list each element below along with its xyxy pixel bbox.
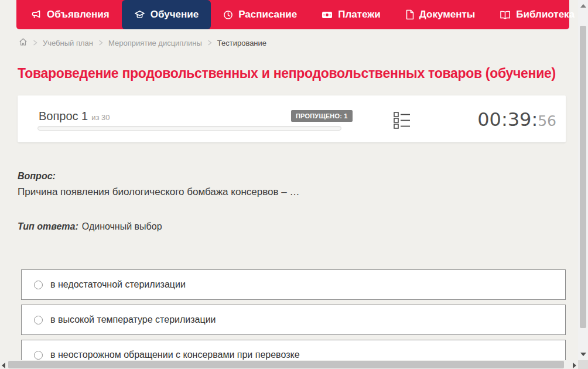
answer-option-label: в недостаточной стерилизации xyxy=(50,279,186,290)
list-icon xyxy=(394,121,411,131)
answer-type-value: Одиночный выбор xyxy=(82,221,162,231)
nav-item-label: Обучение xyxy=(151,9,199,20)
breadcrumb-item-discipline-event[interactable]: Мероприятие дисциплины xyxy=(108,39,202,47)
question-progress-bar xyxy=(37,126,341,131)
nav-item-label: Объявления xyxy=(47,9,110,20)
main-navbar: Объявления Обучение Расписание Платежи Д… xyxy=(16,0,569,29)
answer-option-1[interactable]: в недостаточной стерилизации xyxy=(21,269,566,300)
breadcrumb-item-testing: Тестирование xyxy=(217,39,266,47)
question-counter: Вопрос 1из 30 xyxy=(39,110,110,123)
question-total-label: из 30 xyxy=(91,113,110,122)
scroll-right-arrow-icon[interactable] xyxy=(573,363,576,368)
banknote-icon xyxy=(322,11,333,19)
document-icon xyxy=(405,9,414,20)
horizontal-scrollbar-thumb[interactable] xyxy=(8,361,564,368)
nav-item-library[interactable]: Библиотека xyxy=(487,0,588,29)
breadcrumb-separator-icon xyxy=(33,40,37,46)
question-prompt-label: Вопрос: xyxy=(18,171,562,182)
nav-item-schedule[interactable]: Расписание xyxy=(211,0,309,29)
nav-item-payments[interactable]: Платежи xyxy=(309,0,393,29)
horizontal-scrollbar[interactable] xyxy=(0,360,579,369)
answer-option-label: в неосторожном обращении с консервами пр… xyxy=(50,350,300,360)
graduation-cap-icon xyxy=(134,9,145,20)
clock-icon xyxy=(223,10,233,20)
radio-button[interactable] xyxy=(34,281,43,289)
vertical-scrollbar[interactable] xyxy=(578,0,588,360)
answer-type-label: Тип ответа: xyxy=(18,221,78,231)
timer-seconds: 56 xyxy=(538,112,556,129)
vertical-scrollbar-thumb[interactable] xyxy=(580,26,586,328)
quiz-header-panel: Вопрос 1из 30 ПРОПУЩЕНО: 1 00:39:56 xyxy=(18,95,566,142)
question-list-button[interactable] xyxy=(394,111,411,131)
answer-option-2[interactable]: в высокой температуре стерилизации xyxy=(21,305,566,335)
megaphone-icon xyxy=(31,9,42,20)
nav-item-label: Расписание xyxy=(238,9,297,20)
scroll-left-arrow-icon[interactable] xyxy=(2,363,5,368)
open-book-icon xyxy=(500,10,511,20)
answers-list: в недостаточной стерилизации в высокой т… xyxy=(21,269,566,369)
breadcrumb-separator-icon xyxy=(98,40,103,46)
breadcrumb-separator-icon xyxy=(207,40,212,46)
nav-item-learning[interactable]: Обучение xyxy=(122,0,211,29)
radio-button[interactable] xyxy=(34,351,43,360)
scroll-down-arrow-icon[interactable] xyxy=(580,353,586,356)
page-title: Товароведение продовольственных и непрод… xyxy=(18,66,571,81)
home-icon[interactable] xyxy=(19,37,28,48)
nav-item-label: Документы xyxy=(419,9,476,20)
timer: 00:39:56 xyxy=(477,108,556,131)
breadcrumb: Учебный план Мероприятие дисциплины Тест… xyxy=(19,37,266,49)
scroll-up-arrow-icon[interactable] xyxy=(580,4,586,8)
radio-button[interactable] xyxy=(34,316,43,324)
breadcrumb-item-study-plan[interactable]: Учебный план xyxy=(43,39,93,47)
nav-item-label: Библиотека xyxy=(516,9,575,20)
skipped-badge: ПРОПУЩЕНО: 1 xyxy=(291,110,353,122)
scrollbar-corner xyxy=(578,360,588,369)
question-number-label: Вопрос 1 xyxy=(39,110,88,122)
question-prompt-text: Причина появления биологического бомбажа… xyxy=(18,186,562,198)
nav-item-label: Платежи xyxy=(338,9,381,20)
nav-item-documents[interactable]: Документы xyxy=(393,0,488,29)
timer-hours-minutes: 00:39: xyxy=(477,108,538,131)
nav-item-announcements[interactable]: Объявления xyxy=(19,0,122,29)
answer-option-label: в высокой температуре стерилизации xyxy=(50,315,216,325)
answer-type-row: Тип ответа:Одиночный выбор xyxy=(18,221,562,232)
